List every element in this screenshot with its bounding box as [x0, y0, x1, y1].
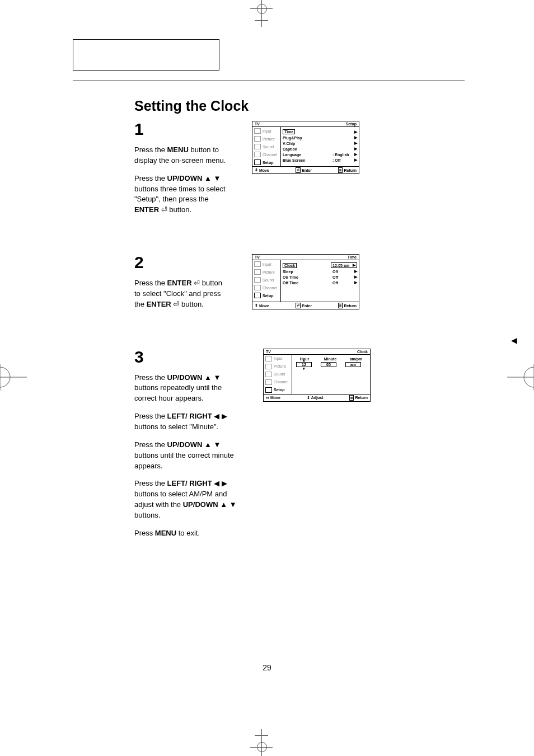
osd-sidebar-picture: Picture: [252, 268, 280, 276]
osd-row-caption: Caption▶: [283, 147, 357, 151]
osd-sidebar-picture: Picture: [264, 363, 292, 370]
osd-sidebar-channel: Channel: [252, 284, 280, 292]
crop-mark: [261, 729, 262, 743]
osd-hint-adjust: ⇕Adjust: [307, 395, 324, 401]
return-key-icon: Ⅲ: [338, 303, 343, 308]
osd-sidebar-setup: Setup: [252, 158, 280, 166]
submenu-arrow-icon: ▶: [354, 130, 357, 134]
divider: [73, 81, 465, 81]
step-3-text-a: Press the UP/DOWN ▲ ▼ buttons repeatedly…: [134, 373, 241, 405]
step-3: 3 Press the UP/DOWN ▲ ▼ buttons repeated…: [134, 349, 465, 546]
updown-icon: ⇕: [307, 396, 310, 400]
crop-mark: [257, 4, 267, 14]
step-1-text-b: Press the UP/DOWN ▲ ▼ buttons three time…: [134, 173, 229, 215]
osd-sidebar-sound: Sound: [252, 143, 280, 151]
up-down-arrows-icon: ▲ ▼: [220, 500, 236, 509]
osd-time-menu: TV Time Input Picture Sound Channel Setu…: [252, 254, 359, 309]
osd-brand: TV: [255, 122, 260, 126]
osd-hint-enter: ⏎Enter: [296, 303, 312, 308]
submenu-arrow-icon: ▶: [353, 263, 355, 267]
osd-row-time: Time▶: [283, 129, 357, 134]
channel-icon: [254, 152, 261, 157]
crop-mark: [257, 742, 267, 752]
osd-row-sleep: SleepOff▶: [283, 269, 357, 274]
osd-sidebar-input: Input: [264, 355, 292, 363]
enter-key-icon: ⏎: [296, 303, 301, 308]
osd-row-clock: Clock 12:05 am▶: [283, 262, 357, 268]
osd-brand: TV: [266, 350, 271, 354]
return-key-icon: Ⅲ: [349, 395, 354, 401]
enter-icon: ⏎: [173, 300, 179, 308]
up-down-arrows-icon: ▲ ▼: [204, 373, 221, 382]
step-3-text-b: Press the LEFT/ RIGHT ◀ ▶ buttons to sel…: [134, 411, 241, 433]
clock-value-ampm: am: [345, 362, 361, 367]
clock-value-minute: 05: [321, 362, 336, 367]
crop-mark: [261, 13, 262, 27]
setup-icon: [254, 159, 261, 165]
input-icon: [254, 128, 261, 134]
osd-brand: TV: [255, 255, 260, 259]
osd-hint-return: ⅢReturn: [338, 167, 357, 173]
osd-sidebar-sound: Sound: [252, 276, 280, 284]
return-key-icon: Ⅲ: [338, 167, 343, 173]
left-right-arrows-icon: ◀ ▶: [214, 479, 227, 487]
step-3-text-d: Press the LEFT/ RIGHT ◀ ▶ buttons to sel…: [134, 478, 241, 520]
page-number: 29: [0, 663, 534, 672]
enter-key-icon: ⏎: [296, 167, 301, 173]
osd-sidebar-picture: Picture: [252, 135, 280, 143]
osd-clock-menu: TV Clock Input Picture Sound Channel Set…: [263, 349, 371, 402]
osd-hint-move: ⇕Move: [255, 167, 269, 173]
left-right-arrows-icon: ◀ ▶: [214, 412, 227, 420]
osd-sidebar-input: Input: [252, 127, 280, 135]
osd-section-label: Clock: [357, 350, 368, 354]
updown-icon: ⇕: [255, 168, 258, 172]
osd-hint-move: ⇔Move: [266, 395, 280, 401]
up-down-arrows-icon: ▲ ▼: [204, 440, 221, 449]
header-placeholder-box: [73, 39, 219, 71]
step-number: 3: [134, 349, 241, 365]
osd-sidebar-channel: Channel: [252, 151, 280, 158]
osd-sidebar-input: Input: [252, 260, 280, 268]
osd-sidebar: Input Picture Sound Channel Setup: [264, 355, 292, 394]
osd-sidebar: Input Picture Sound Channel Setup: [252, 127, 281, 166]
step-3-text-e: Press MENU to exit.: [134, 528, 241, 539]
enter-icon: ⏎: [194, 279, 200, 287]
osd-sidebar-setup: Setup: [252, 292, 280, 299]
osd-setup-menu: TV Setup Input Picture Sound Channel Set…: [252, 121, 359, 174]
page-title: Setting the Clock: [134, 98, 465, 114]
osd-section-label: Setup: [346, 122, 357, 126]
step-2: 2 Press the ENTER ⏎ button to select "Cl…: [134, 254, 465, 317]
crop-mark: [0, 364, 27, 391]
clock-value-hour: 12: [296, 362, 312, 367]
osd-hint-return: ⅢReturn: [338, 303, 357, 308]
osd-row-vchip: V-Chip▶: [283, 141, 357, 145]
osd-hint-move: ⇕Move: [255, 303, 269, 308]
osd-sidebar: Input Picture Sound Channel Setup: [252, 260, 281, 302]
step-1-text-a: Press the MENU button to display the on-…: [134, 145, 229, 166]
osd-sidebar-channel: Channel: [264, 378, 292, 386]
sound-icon: [254, 144, 261, 149]
step-number: 2: [134, 254, 229, 271]
step-1: 1 Press the MENU button to display the o…: [134, 121, 465, 223]
osd-row-language: Language: English▶: [283, 152, 357, 157]
updown-icon: ⇕: [255, 303, 258, 308]
crop-mark: [507, 364, 534, 391]
step-number: 1: [134, 121, 229, 138]
osd-sidebar-setup: Setup: [264, 386, 292, 394]
picture-icon: [254, 136, 261, 142]
step-3-text-c: Press the UP/DOWN ▲ ▼ buttons until the …: [134, 440, 241, 472]
osd-row-offtime: Off TimeOff▶: [283, 280, 357, 285]
leftright-icon: ⇔: [266, 396, 269, 400]
osd-row-plugplay: Plug&Play▶: [283, 135, 357, 140]
up-down-arrows-icon: ▲ ▼: [204, 174, 221, 182]
osd-hint-return: ⅢReturn: [349, 395, 368, 401]
osd-row-ontime: On TimeOff▶: [283, 275, 357, 279]
enter-icon: ⏎: [161, 205, 167, 214]
page-edge-triangle-icon: ◀: [511, 336, 517, 345]
step-2-text: Press the ENTER ⏎ button to select "Cloc…: [134, 278, 229, 310]
clock-col-ampm: am/pm: [348, 357, 364, 361]
osd-section-label: Time: [348, 255, 357, 259]
osd-sidebar-sound: Sound: [264, 370, 292, 378]
osd-hint-enter: ⏎Enter: [296, 167, 312, 173]
clock-col-minute: Minute: [322, 357, 339, 361]
